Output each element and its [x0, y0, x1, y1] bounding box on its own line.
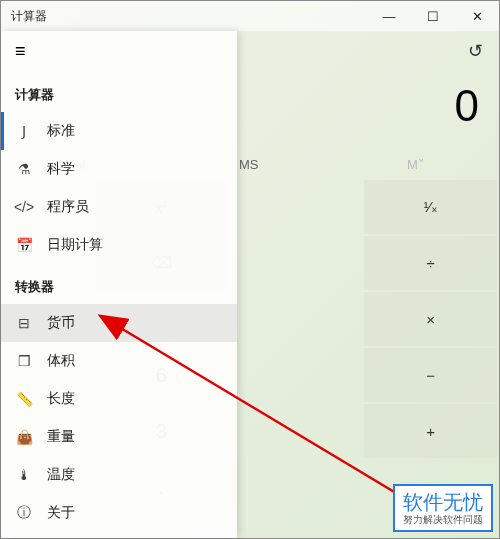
key-spacer	[230, 348, 363, 402]
sidebar-item-temperature[interactable]: 🌡 温度	[1, 456, 237, 494]
sidebar-item-label: 程序员	[47, 198, 89, 216]
memory-store[interactable]: MS	[239, 157, 259, 172]
sidebar-item-date[interactable]: 📅 日期计算	[1, 226, 237, 264]
sidebar-item-length[interactable]: 📏 长度	[1, 380, 237, 418]
sidebar-item-label: 重量	[47, 428, 75, 446]
close-button[interactable]: ✕	[455, 1, 499, 31]
key-spacer	[230, 236, 363, 290]
standard-icon: 𝖩	[15, 123, 33, 139]
key-spacer	[230, 404, 363, 458]
sidebar-item-label: 科学	[47, 160, 75, 178]
key-reciprocal[interactable]: ¹⁄ₓ	[364, 180, 497, 234]
calendar-icon: 📅	[15, 237, 33, 253]
code-icon: </>	[15, 199, 33, 215]
sidebar-item-label: 关于	[47, 504, 75, 522]
sidebar-item-weight[interactable]: 👜 重量	[1, 418, 237, 456]
window-title: 计算器	[1, 8, 47, 25]
sidebar-item-programmer[interactable]: </> 程序员	[1, 188, 237, 226]
maximize-button[interactable]: ☐	[411, 1, 455, 31]
section-calculator: 计算器	[1, 72, 237, 112]
thermometer-icon: 🌡	[15, 467, 33, 483]
sidebar-item-volume[interactable]: ❒ 体积	[1, 342, 237, 380]
cube-icon: ❒	[15, 353, 33, 369]
key-subtract[interactable]: −	[364, 348, 497, 402]
sidebar-item-about[interactable]: ⓘ 关于	[1, 494, 237, 532]
ruler-icon: 📏	[15, 391, 33, 407]
info-icon: ⓘ	[15, 504, 33, 522]
minimize-button[interactable]: —	[367, 1, 411, 31]
sidebar-item-currency[interactable]: ⊟ 货币	[1, 304, 237, 342]
sidebar-item-label: 温度	[47, 466, 75, 484]
key-multiply[interactable]: ×	[364, 292, 497, 346]
memory-dim: M˅	[407, 157, 425, 172]
currency-icon: ⊟	[15, 315, 33, 331]
sidebar-item-label: 日期计算	[47, 236, 103, 254]
key-divide[interactable]: ÷	[364, 236, 497, 290]
history-icon[interactable]: ↺	[468, 40, 483, 62]
nav-sidebar: ≡ 计算器 𝖩 标准 ⚗ 科学 </> 程序员 📅 日期计算 转换器 ⊟ 货币 …	[1, 31, 237, 538]
window-controls: — ☐ ✕	[367, 1, 499, 31]
sidebar-item-standard[interactable]: 𝖩 标准	[1, 112, 237, 150]
sidebar-item-scientific[interactable]: ⚗ 科学	[1, 150, 237, 188]
hamburger-icon[interactable]: ≡	[1, 31, 237, 72]
watermark-title: 软件无忧	[403, 490, 483, 514]
section-converter: 转换器	[1, 264, 237, 304]
watermark-subtitle: 努力解决软件问题	[403, 514, 483, 526]
key-spacer	[230, 460, 363, 514]
key-spacer	[230, 292, 363, 346]
flask-icon: ⚗	[15, 161, 33, 177]
watermark: 软件无忧 努力解决软件问题	[393, 484, 493, 532]
sidebar-item-label: 标准	[47, 122, 75, 140]
app-window: 计算器 — ☐ ✕ ↺ 0 M- MS M˅ x2 ¹⁄ₓ ⌫ ÷ 9 × 6 …	[0, 0, 500, 539]
key-add[interactable]: +	[364, 404, 497, 458]
titlebar: 计算器 — ☐ ✕	[1, 1, 499, 31]
sidebar-item-label: 货币	[47, 314, 75, 332]
weight-icon: 👜	[15, 429, 33, 445]
key-spacer	[230, 180, 363, 234]
sidebar-item-label: 体积	[47, 352, 75, 370]
sidebar-item-label: 长度	[47, 390, 75, 408]
